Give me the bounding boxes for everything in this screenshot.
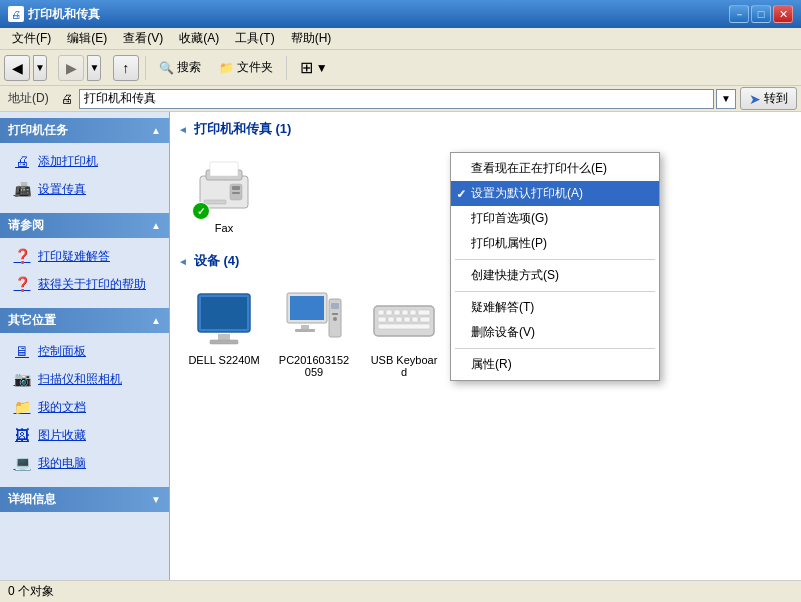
sidebar-link-control-panel-label: 控制面板 xyxy=(38,343,86,360)
svg-rect-2 xyxy=(210,162,238,176)
sidebar-link-my-computer[interactable]: 💻 我的电脑 xyxy=(8,449,161,477)
ctx-set-default[interactable]: ✓ 设置为默认打印机(A) xyxy=(451,181,659,206)
close-button[interactable]: ✕ xyxy=(773,5,793,23)
back-dropdown[interactable]: ▼ xyxy=(33,55,47,81)
svg-rect-24 xyxy=(410,310,416,315)
chevron-up-icon-2: ▲ xyxy=(151,220,161,231)
toolbar: ◀ ▼ ▶ ▼ ↑ 🔍 搜索 📁 文件夹 ⊞ ▼ xyxy=(0,50,801,86)
keyboard-icon xyxy=(372,288,436,352)
sidebar-section-details: 详细信息 ▼ xyxy=(0,487,169,512)
chevron-down-icon: ▼ xyxy=(151,494,161,505)
devices-title-text: 设备 (4) xyxy=(194,252,240,270)
toolbar-sep-1 xyxy=(145,56,146,80)
computer-label: PC201603152059 xyxy=(278,354,350,378)
sidebar-link-add-printer-label: 添加打印机 xyxy=(38,153,98,170)
ctx-set-default-label: 设置为默认打印机(A) xyxy=(471,185,583,202)
window-icon: 🖨 xyxy=(8,6,24,22)
sidebar-link-pictures-label: 图片收藏 xyxy=(38,427,86,444)
ctx-print-prefs-label: 打印首选项(G) xyxy=(471,210,548,227)
svg-rect-16 xyxy=(331,303,339,309)
ctx-view-queue-label: 查看现在正在打印什么(E) xyxy=(471,160,607,177)
sidebar-link-print-help[interactable]: ❓ 获得关于打印的帮助 xyxy=(8,270,161,298)
device-item-monitor[interactable]: DELL S2240M xyxy=(184,284,264,382)
sidebar-link-troubleshoot-label: 打印疑难解答 xyxy=(38,248,110,265)
ctx-view-queue[interactable]: 查看现在正在打印什么(E) xyxy=(451,156,659,181)
svg-rect-32 xyxy=(378,324,430,329)
sidebar-section-header-printer-tasks[interactable]: 打印机任务 ▲ xyxy=(0,118,169,143)
device-item-keyboard[interactable]: USB Keyboard xyxy=(364,284,444,382)
sidebar-link-my-docs-label: 我的文档 xyxy=(38,399,86,416)
svg-rect-17 xyxy=(332,313,338,315)
window-title: 打印机和传真 xyxy=(28,6,729,23)
search-button[interactable]: 🔍 搜索 xyxy=(152,55,208,80)
chevron-up-icon: ▲ xyxy=(151,125,161,136)
folders-button[interactable]: 📁 文件夹 xyxy=(212,55,280,80)
sidebar-link-control-panel[interactable]: 🖥 控制面板 xyxy=(8,337,161,365)
svg-rect-14 xyxy=(295,329,315,332)
svg-rect-20 xyxy=(378,310,384,315)
sidebar-section-printer-tasks: 打印机任务 ▲ 🖨 添加打印机 📠 设置传真 xyxy=(0,118,169,207)
sidebar-section-header-other-places[interactable]: 其它位置 ▲ xyxy=(0,308,169,333)
device-item-computer[interactable]: PC201603152059 xyxy=(274,284,354,382)
menu-help[interactable]: 帮助(H) xyxy=(283,28,340,49)
address-input[interactable]: 打印机和传真 xyxy=(79,89,714,109)
menu-edit[interactable]: 编辑(E) xyxy=(59,28,115,49)
sidebar-link-add-printer[interactable]: 🖨 添加打印机 xyxy=(8,147,161,175)
svg-rect-5 xyxy=(232,192,240,194)
sidebar-section-header-details[interactable]: 详细信息 ▼ xyxy=(0,487,169,512)
back-button[interactable]: ◀ xyxy=(4,55,30,81)
address-value: 打印机和传真 xyxy=(84,90,156,107)
help-icon: ❓ xyxy=(12,274,32,294)
sidebar-section-content-other-places: 🖥 控制面板 📷 扫描仪和照相机 📁 我的文档 🖼 图片收藏 💻 xyxy=(0,333,169,481)
sidebar-link-setup-fax[interactable]: 📠 设置传真 xyxy=(8,175,161,203)
views-button[interactable]: ⊞ ▼ xyxy=(293,54,335,81)
folders-label: 文件夹 xyxy=(237,59,273,76)
sidebar-link-scanner[interactable]: 📷 扫描仪和照相机 xyxy=(8,365,161,393)
ctx-sep-1 xyxy=(455,259,655,260)
sidebar-section-title-see-also: 请参阅 xyxy=(8,217,44,234)
ctx-troubleshoot-label: 疑难解答(T) xyxy=(471,299,534,316)
content-area: 打印机和传真 (1) xyxy=(170,112,801,580)
menu-view[interactable]: 查看(V) xyxy=(115,28,171,49)
views-icon: ⊞ xyxy=(300,58,313,77)
fax-label: Fax xyxy=(215,222,233,234)
forward-button[interactable]: ▶ xyxy=(58,55,84,81)
title-bar: 🖨 打印机和传真 － □ ✕ xyxy=(0,0,801,28)
status-bar: 0 个对象 xyxy=(0,580,801,602)
sidebar-link-troubleshoot[interactable]: ❓ 打印疑难解答 xyxy=(8,242,161,270)
svg-rect-31 xyxy=(420,317,430,322)
menu-file[interactable]: 文件(F) xyxy=(4,28,59,49)
ctx-properties[interactable]: 属性(R) xyxy=(451,352,659,377)
sidebar-link-my-docs[interactable]: 📁 我的文档 xyxy=(8,393,161,421)
sidebar-section-title-printer-tasks: 打印机任务 xyxy=(8,122,68,139)
ctx-remove-device-label: 删除设备(V) xyxy=(471,324,535,341)
ctx-create-shortcut-label: 创建快捷方式(S) xyxy=(471,267,559,284)
computer-icon xyxy=(282,288,346,352)
search-label: 搜索 xyxy=(177,59,201,76)
address-icon: 🖨 xyxy=(57,89,77,109)
fax-device-icon: ✓ xyxy=(192,156,256,220)
ctx-printer-props[interactable]: 打印机属性(P) xyxy=(451,231,659,256)
minimize-button[interactable]: － xyxy=(729,5,749,23)
sidebar-section-title-other-places: 其它位置 xyxy=(8,312,56,329)
goto-label: 转到 xyxy=(764,90,788,107)
toolbar-sep-2 xyxy=(286,56,287,80)
goto-button[interactable]: ➤ 转到 xyxy=(740,87,797,110)
sidebar-link-pictures[interactable]: 🖼 图片收藏 xyxy=(8,421,161,449)
printer-item-fax[interactable]: ✓ Fax xyxy=(184,152,264,238)
menu-tools[interactable]: 工具(T) xyxy=(227,28,282,49)
forward-dropdown[interactable]: ▼ xyxy=(87,55,101,81)
status-text: 0 个对象 xyxy=(8,583,54,600)
maximize-button[interactable]: □ xyxy=(751,5,771,23)
sidebar-section-header-see-also[interactable]: 请参阅 ▲ xyxy=(0,213,169,238)
menu-favorites[interactable]: 收藏(A) xyxy=(171,28,227,49)
svg-rect-4 xyxy=(232,186,240,190)
ctx-print-prefs[interactable]: 打印首选项(G) xyxy=(451,206,659,231)
search-icon: 🔍 xyxy=(159,61,174,75)
svg-rect-10 xyxy=(210,340,238,344)
ctx-create-shortcut[interactable]: 创建快捷方式(S) xyxy=(451,263,659,288)
ctx-troubleshoot[interactable]: 疑难解答(T) xyxy=(451,295,659,320)
up-button[interactable]: ↑ xyxy=(113,55,139,81)
address-dropdown[interactable]: ▼ xyxy=(716,89,736,109)
ctx-remove-device[interactable]: 删除设备(V) xyxy=(451,320,659,345)
